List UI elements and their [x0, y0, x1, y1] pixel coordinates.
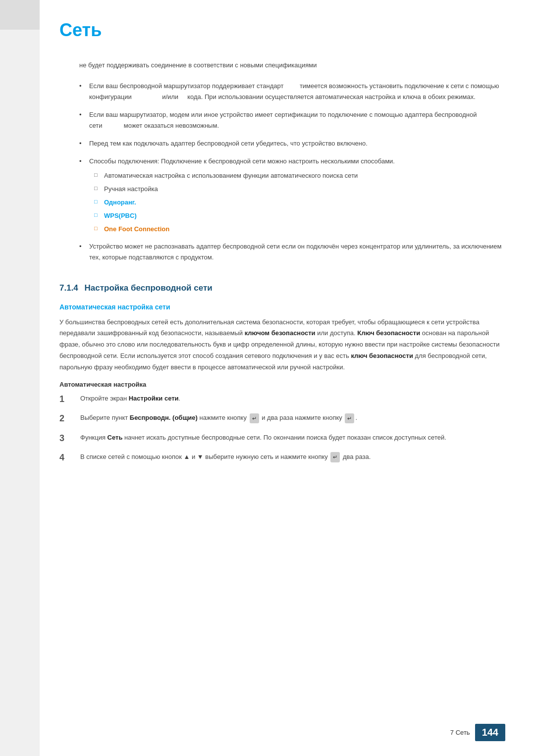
sub-list-item-wps: WPS(PBC) — [94, 211, 505, 221]
list-item: Перед тем как подключать адаптер беспров… — [79, 138, 505, 149]
list-item-connection-methods: Способы подключения: Подключение к беспр… — [79, 156, 505, 234]
main-content: Сеть не будет поддерживать соединение в … — [40, 0, 535, 756]
left-sidebar — [0, 0, 40, 756]
steps-list: 1 Откройте экран Настройки сети. 2 Выбер… — [59, 393, 505, 464]
sub-list-item: Автоматическая настройка с использование… — [94, 171, 505, 181]
list-item: Если ваш беспроводной маршрутизатор подд… — [79, 81, 505, 102]
sub-list-item-odnograng: Одноранг. — [94, 198, 505, 208]
auto-section-body: У большинства беспроводных сетей есть до… — [59, 317, 505, 373]
step-4: 4 В списке сетей с помощью кнопок ▲ и ▼ … — [59, 452, 505, 464]
list-item: Если ваш маршрутизатор, модем или иное у… — [79, 109, 505, 131]
step-3: 3 Функция Сеть начнет искать доступные б… — [59, 432, 505, 445]
sub-list-item: Ручная настройка — [94, 184, 505, 195]
sub-list: Автоматическая настройка с использование… — [94, 171, 505, 234]
step-2: 2 Выберите пункт Беспроводн. (общие) наж… — [59, 412, 505, 425]
sidebar-accent — [0, 0, 40, 30]
sub-list-item-one-foot: One Foot Connection — [94, 224, 505, 235]
intro-note: не будет поддерживать соединение в соотв… — [79, 60, 505, 71]
page-footer: 7 Сеть 144 — [450, 724, 505, 741]
auto-section-heading: Автоматическая настройка сети — [59, 303, 505, 311]
footer-chapter-label: 7 Сеть — [450, 729, 470, 736]
list-item: Устройство может не распознавать адаптер… — [79, 241, 505, 263]
bullet-list: Если ваш беспроводной маршрутизатор подд… — [79, 81, 505, 263]
page-title: Сеть — [59, 20, 505, 41]
footer-page-number: 144 — [475, 724, 505, 741]
auto-setup-heading: Автоматическая настройка — [59, 381, 505, 388]
step-1: 1 Откройте экран Настройки сети. — [59, 393, 505, 405]
section-heading-7-1-4: 7.1.4 Настройка беспроводной сети — [59, 278, 505, 293]
